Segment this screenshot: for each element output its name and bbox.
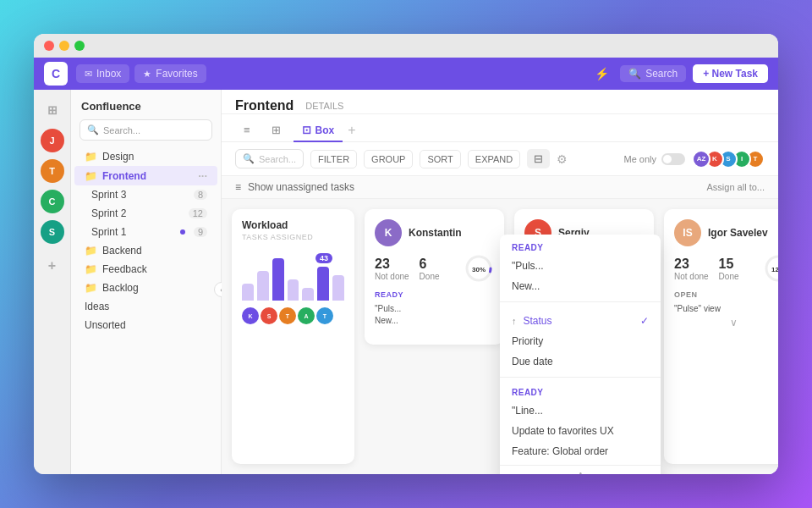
bar-chart: 43 — [242, 250, 344, 301]
dropdown-bottom: ∧ — [500, 465, 661, 474]
sidebar-item-label: Frontend — [102, 170, 146, 182]
status-open-i: OPEN — [674, 290, 778, 299]
check-icon: ✓ — [640, 315, 649, 327]
sidebar-nav: Confluence 🔍 Search... 📁 Design 📁 Fronte… — [71, 90, 222, 474]
app-logo[interactable]: C — [44, 62, 68, 86]
avatar-c[interactable]: C — [41, 190, 64, 213]
person-card-konstantin: K Konstantin 23 Not done 6 Done — [365, 209, 504, 345]
sidebar-item-label: Unsorted — [85, 319, 126, 331]
sprint1-count: 9 — [194, 227, 207, 237]
add-view-button[interactable]: + — [343, 123, 360, 138]
dropdown-item-feature[interactable]: Feature: Global order — [500, 441, 661, 461]
grid-icon[interactable]: ⊞ — [41, 98, 64, 122]
sidebar-item-backend[interactable]: 📁 Backend — [74, 241, 217, 260]
dropdown-item-pulse[interactable]: "Puls... — [500, 256, 661, 276]
expand-label: EXPAND — [475, 154, 513, 164]
board-icon: ⊞ — [272, 124, 281, 136]
minimize-dot[interactable] — [59, 41, 69, 51]
dropdown-sort-priority[interactable]: Priority — [500, 331, 661, 351]
add-workspace-button[interactable]: + — [41, 254, 64, 278]
workload-card: Workload TASKS ASSIGNED 43 — [232, 209, 354, 464]
lightning-icon[interactable]: ⚡ — [590, 62, 613, 86]
details-button[interactable]: DETAILS — [300, 99, 348, 113]
avatar-az[interactable]: AZ — [692, 150, 710, 168]
task-item-i1: "Pulse" view — [674, 304, 778, 313]
chevron-up-icon[interactable]: ∧ — [577, 469, 584, 474]
dropdown-item-update[interactable]: Update to favorites UX — [500, 421, 661, 441]
bar-3 — [272, 258, 284, 301]
sort-label: SORT — [427, 154, 453, 164]
expand-igor-button[interactable]: ∨ — [674, 317, 778, 329]
sidebar-search[interactable]: 🔍 Search... — [80, 119, 212, 141]
me-only-toggle: Me only — [623, 153, 685, 165]
toolbar-search-icon: 🔍 — [243, 153, 255, 164]
settings-icon[interactable]: ⚙ — [557, 152, 568, 166]
sidebar-item-sprint1[interactable]: Sprint 1 9 — [74, 223, 217, 241]
sidebar-item-sprint2[interactable]: Sprint 2 12 — [74, 204, 217, 223]
group-button[interactable]: GROUP — [364, 150, 413, 168]
w-avatar-a[interactable]: A — [298, 307, 315, 324]
avatar-t[interactable]: T — [41, 159, 64, 183]
list-icon: ≡ — [244, 124, 250, 136]
filter-button[interactable]: FILTER — [310, 150, 357, 168]
sidebar-item-sprint3[interactable]: Sprint 3 8 — [74, 185, 217, 204]
svg-text:12%: 12% — [771, 266, 778, 273]
toggle-thumb — [663, 155, 672, 163]
bar-badge: 43 — [315, 253, 332, 263]
avatar-konstantin: K — [375, 219, 402, 246]
assign-all-button[interactable]: Assign all to... — [707, 182, 765, 192]
w-avatar-s[interactable]: S — [261, 307, 277, 324]
content-area: Frontend DETAILS ≡ ⊞ ⊡ Box — [222, 90, 778, 474]
w-avatar-t[interactable]: T — [279, 307, 296, 324]
sidebar-item-backlog[interactable]: 📁 Backlog — [74, 279, 217, 297]
page-title: Frontend — [235, 98, 294, 113]
tab-board[interactable]: ⊞ — [263, 119, 294, 142]
assign-all-label: Assign all to... — [707, 182, 765, 192]
dropdown-item-line[interactable]: "Line... — [500, 400, 661, 421]
sidebar-item-label: Sprint 3 — [91, 189, 126, 201]
dropdown-item-label: "Line... — [512, 405, 543, 417]
sidebar-item-ideas[interactable]: Ideas — [74, 297, 217, 316]
sidebar-item-feedback[interactable]: 📁 Feedback — [74, 260, 217, 279]
close-dot[interactable] — [44, 41, 54, 51]
inbox-button[interactable]: ✉ Inbox — [76, 64, 129, 83]
toolbar-search[interactable]: 🔍 Search... — [235, 149, 304, 168]
content-header: Frontend DETAILS — [222, 90, 778, 114]
maximize-dot[interactable] — [74, 41, 85, 51]
favorites-button[interactable]: ★ Favorites — [134, 64, 206, 83]
w-avatar-k[interactable]: K — [242, 307, 259, 324]
toggle-icon: ⊟ — [534, 152, 543, 165]
toggle-view-button[interactable]: ⊟ — [527, 149, 550, 168]
dropdown-sort-status[interactable]: ↑ Status ✓ — [500, 311, 661, 331]
bar-5 — [302, 288, 314, 301]
tab-list[interactable]: ≡ — [235, 119, 263, 142]
dropdown-item-new[interactable]: New... — [500, 276, 661, 296]
sidebar-item-unsorted[interactable]: Unsorted — [74, 316, 217, 334]
me-only-switch[interactable] — [661, 153, 685, 165]
new-task-button[interactable]: + New Task — [693, 64, 768, 83]
folder-icon: 📁 — [85, 245, 97, 257]
avatar-j[interactable]: J — [41, 129, 64, 152]
search-button[interactable]: 🔍 Search — [620, 65, 686, 82]
sort-button[interactable]: SORT — [420, 150, 460, 168]
expand-button[interactable]: EXPAND — [468, 150, 520, 168]
dropdown-item-label: New... — [512, 280, 540, 292]
avatar-s[interactable]: S — [41, 220, 64, 244]
sidebar-item-frontend[interactable]: 📁 Frontend ··· — [74, 166, 217, 185]
folder-icon: 📁 — [85, 282, 97, 294]
bar-1 — [242, 284, 254, 301]
tab-box-label: Box — [315, 124, 335, 136]
board-columns: Workload TASKS ASSIGNED 43 — [222, 199, 778, 474]
w-avatar-t2[interactable]: T — [316, 307, 333, 324]
inbox-icon: ✉ — [85, 69, 92, 80]
sidebar-item-label: Ideas — [85, 301, 109, 312]
view-tabs: ≡ ⊞ ⊡ Box + — [222, 114, 778, 142]
dropdown-sort-duedate[interactable]: Due date — [500, 351, 661, 372]
new-task-label: + New Task — [703, 68, 758, 80]
search-label: Search — [645, 68, 678, 80]
sidebar-item-design[interactable]: 📁 Design — [74, 147, 217, 166]
app-window: C ✉ Inbox ★ Favorites ⚡ 🔍 Search + New T… — [34, 34, 778, 474]
person-header-igor: IS Igor Savelev — [674, 219, 778, 246]
workload-avatars: K S T A T — [242, 307, 344, 324]
tab-box[interactable]: ⊡ Box — [294, 119, 343, 142]
